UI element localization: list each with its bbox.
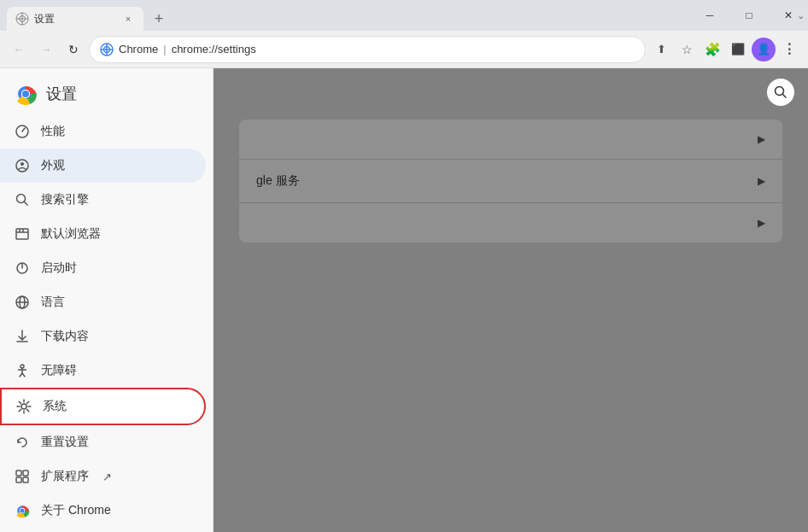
- menu-icon: ⋮: [782, 41, 796, 57]
- sidebar-item-downloads[interactable]: 下载内容: [0, 319, 206, 354]
- reset-icon: [14, 434, 31, 451]
- main-layout: 设置 性能 外观: [0, 68, 808, 532]
- svg-point-33: [21, 404, 26, 409]
- about-icon: [14, 502, 31, 519]
- sidebar-item-startup[interactable]: 启动时: [0, 251, 206, 285]
- sidebar: 设置 性能 外观: [0, 68, 214, 532]
- share-icon: ⬆: [657, 43, 666, 56]
- share-button[interactable]: ⬆: [649, 38, 673, 61]
- reload-icon: ↻: [68, 43, 79, 56]
- menu-button[interactable]: ⋮: [777, 38, 801, 61]
- chrome-logo: [14, 82, 38, 106]
- tab-title: 设置: [34, 12, 116, 26]
- content-card: ▶ gle 服务 ▶ ▶: [239, 120, 782, 243]
- sidebar-item-extensions[interactable]: 扩展程序 ↗: [0, 459, 206, 494]
- address-bar[interactable]: Chrome | chrome://settings: [89, 36, 646, 63]
- sidebar-header: 设置: [0, 68, 213, 114]
- sidebar-icon: ⬛: [731, 43, 745, 56]
- close-icon: ✕: [784, 9, 793, 21]
- minimize-button[interactable]: ─: [690, 0, 729, 31]
- sidebar-item-accessibility[interactable]: 无障碍: [0, 354, 206, 388]
- sidebar-item-about[interactable]: 关于 Chrome: [0, 494, 206, 528]
- svg-line-42: [783, 95, 787, 98]
- sidebar-label-performance: 性能: [41, 124, 65, 139]
- back-button[interactable]: ←: [7, 38, 31, 61]
- extensions-button[interactable]: 🧩: [700, 38, 724, 61]
- back-icon: ←: [13, 43, 25, 56]
- content-row-3[interactable]: ▶: [239, 203, 782, 243]
- sidebar-label-default-browser: 默认浏览器: [41, 226, 101, 242]
- toolbar: ← → ↻ Chrome | chrome://settings ⬆ ☆ 🧩: [0, 31, 808, 68]
- puzzle-icon: 🧩: [705, 42, 721, 57]
- maximize-icon: □: [746, 9, 752, 21]
- sidebar-label-about: 关于 Chrome: [41, 503, 111, 518]
- svg-line-16: [25, 202, 28, 206]
- sidebar-item-reset[interactable]: 重置设置: [0, 425, 206, 459]
- svg-point-11: [22, 91, 29, 97]
- sidebar-label-extensions: 扩展程序: [41, 469, 89, 484]
- tab-close-button[interactable]: ×: [121, 12, 135, 26]
- extensions-sidebar-icon: [14, 468, 31, 485]
- system-icon: [15, 398, 32, 415]
- content-row-2-text: gle 服务: [256, 173, 758, 189]
- active-tab[interactable]: 设置 ×: [7, 7, 143, 31]
- search-icon: [14, 191, 31, 208]
- sidebar-item-language[interactable]: 语言: [0, 285, 206, 319]
- address-brand: Chrome: [119, 43, 158, 56]
- window-controls: ─ □ ✕: [690, 0, 808, 31]
- default-browser-icon: [14, 225, 31, 243]
- sidebar-item-search[interactable]: 搜索引擎: [0, 183, 206, 217]
- maximize-button[interactable]: □: [729, 0, 769, 31]
- address-url: chrome://settings: [172, 43, 256, 56]
- accessibility-icon: [14, 362, 31, 379]
- address-favicon: [100, 43, 114, 56]
- content-row-2[interactable]: gle 服务 ▶: [239, 160, 782, 203]
- new-tab-button[interactable]: +: [147, 7, 171, 31]
- toolbar-actions: ⬆ ☆ 🧩 ⬛ 👤 ⋮: [649, 38, 801, 61]
- svg-rect-37: [23, 477, 28, 482]
- profile-button[interactable]: 👤: [752, 38, 776, 61]
- title-bar: 设置 × + ⌄ ─ □ ✕: [0, 0, 808, 31]
- sidebar-item-appearance[interactable]: 外观: [0, 149, 206, 183]
- tab-area: 设置 × +: [0, 0, 171, 31]
- svg-rect-36: [16, 477, 21, 482]
- close-button[interactable]: ✕: [769, 0, 808, 31]
- sidebar-item-performance[interactable]: 性能: [0, 114, 206, 149]
- performance-icon: [14, 123, 31, 140]
- reload-button[interactable]: ↻: [61, 38, 85, 61]
- chevron-right-icon-1: ▶: [758, 133, 765, 145]
- language-icon: [14, 294, 31, 311]
- sidebar-label-downloads: 下载内容: [41, 329, 89, 344]
- bookmark-button[interactable]: ☆: [675, 38, 699, 61]
- chevron-right-icon-2: ▶: [758, 175, 765, 187]
- sidebar-title: 设置: [46, 84, 77, 104]
- star-icon: ☆: [682, 43, 693, 56]
- sidebar-label-accessibility: 无障碍: [41, 363, 77, 378]
- appearance-icon: [14, 157, 31, 174]
- svg-point-14: [20, 162, 24, 166]
- sidebar-item-system[interactable]: 系统: [0, 388, 206, 425]
- forward-button[interactable]: →: [34, 38, 58, 61]
- sidebar-label-search: 搜索引擎: [41, 192, 89, 208]
- svg-rect-34: [16, 471, 21, 476]
- profile-icon: 👤: [757, 43, 770, 56]
- content-row-1[interactable]: ▶: [239, 120, 782, 160]
- sidebar-item-default-browser[interactable]: 默认浏览器: [0, 217, 206, 251]
- sidebar-toggle-button[interactable]: ⬛: [726, 38, 750, 61]
- svg-point-40: [20, 508, 24, 512]
- minimize-icon: ─: [706, 9, 714, 21]
- svg-point-28: [20, 365, 24, 368]
- svg-rect-35: [23, 471, 28, 476]
- tab-favicon: [15, 12, 29, 26]
- content-search-button[interactable]: [767, 79, 794, 106]
- sidebar-label-startup: 启动时: [41, 260, 77, 276]
- external-link-icon: ↗: [102, 471, 112, 483]
- svg-line-32: [22, 373, 25, 377]
- sidebar-label-reset: 重置设置: [41, 435, 89, 450]
- chevron-right-icon-3: ▶: [758, 217, 765, 229]
- address-separator: |: [163, 43, 166, 56]
- forward-icon: →: [40, 43, 52, 56]
- downloads-icon: [14, 328, 31, 345]
- svg-rect-17: [16, 229, 28, 239]
- content-area: ▶ gle 服务 ▶ ▶: [214, 68, 808, 532]
